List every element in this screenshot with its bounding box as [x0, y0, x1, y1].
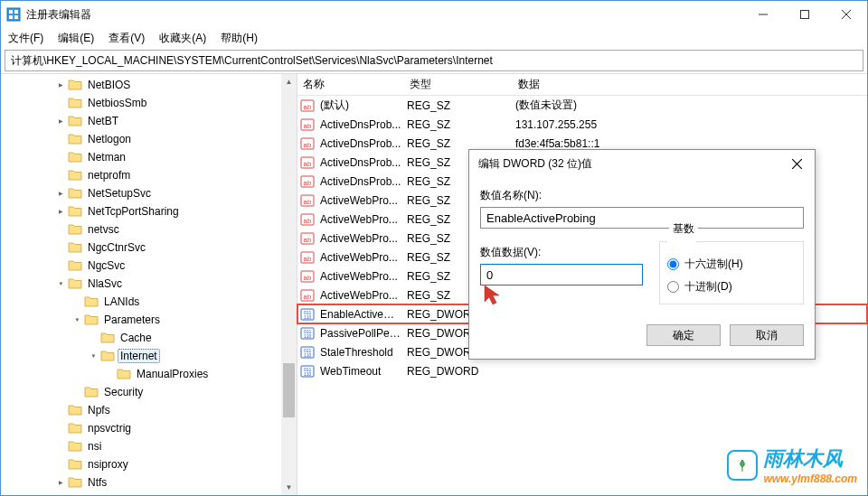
radio-hex-label: 十六进制(H) — [684, 257, 743, 272]
tree-scrollbar[interactable]: ▲ ▼ — [281, 74, 297, 495]
value-icon: ab — [300, 288, 315, 303]
ok-button[interactable]: 确定 — [646, 324, 721, 346]
folder-icon — [68, 259, 82, 272]
tree-item[interactable]: ▼Internet — [1, 347, 297, 365]
tree-item[interactable]: ▼Parameters — [1, 311, 297, 329]
svg-text:110: 110 — [304, 333, 312, 339]
radio-hex[interactable]: 十六进制(H) — [667, 257, 796, 272]
tree-item[interactable]: NgcSvc — [1, 257, 297, 275]
address-bar[interactable]: 计算机\HKEY_LOCAL_MACHINE\SYSTEM\CurrentCon… — [5, 50, 863, 71]
col-header-type[interactable]: 类型 — [404, 74, 513, 95]
value-name: ActiveWebPro... — [317, 289, 404, 302]
folder-icon — [84, 386, 99, 398]
folder-icon — [68, 476, 82, 489]
value-icon: ab — [300, 174, 315, 189]
tree-item[interactable]: NetbiosSmb — [1, 94, 297, 112]
svg-text:ab: ab — [304, 103, 312, 111]
close-button[interactable] — [826, 1, 867, 28]
menu-favorites[interactable]: 收藏夹(A) — [159, 31, 206, 46]
dialog-title: 编辑 DWORD (32 位)值 — [478, 156, 592, 172]
scroll-thumb[interactable] — [283, 363, 295, 417]
tree-item-label: LANIds — [101, 295, 142, 309]
cancel-button[interactable]: 取消 — [730, 324, 804, 346]
expand-icon[interactable]: ▼ — [70, 315, 84, 324]
list-row[interactable]: abActiveDnsProb...REG_SZ131.107.255.255 — [297, 115, 867, 134]
expand-icon[interactable]: ▶ — [53, 189, 68, 198]
value-name: ActiveWebPro... — [317, 194, 404, 207]
menu-view[interactable]: 查看(V) — [108, 31, 145, 46]
folder-icon — [68, 440, 82, 453]
folder-icon — [68, 79, 82, 91]
tree-item[interactable]: Cache — [1, 329, 297, 347]
svg-text:ab: ab — [304, 255, 312, 263]
tree-item[interactable]: Netman — [1, 148, 297, 166]
tree-item-label: Ntfs — [85, 475, 109, 490]
radio-hex-input[interactable] — [667, 258, 679, 270]
svg-text:110: 110 — [304, 314, 312, 320]
radio-dec[interactable]: 十进制(D) — [667, 279, 796, 295]
folder-icon — [68, 223, 82, 236]
expand-icon[interactable]: ▶ — [53, 117, 68, 126]
tree-item[interactable]: ▶NetSetupSvc — [1, 184, 297, 202]
expand-icon[interactable]: ▼ — [53, 279, 68, 288]
tree-item[interactable]: nsiproxy — [1, 455, 297, 473]
tree-item-label: Npfs — [85, 403, 113, 417]
value-name: ActiveWebPro... — [317, 270, 404, 283]
tree-item[interactable]: netvsc — [1, 220, 297, 239]
tree-item[interactable]: nsi — [1, 437, 297, 455]
expand-icon[interactable]: ▼ — [86, 351, 100, 360]
tree-item-label: Netman — [85, 150, 128, 164]
menu-edit[interactable]: 编辑(E) — [58, 31, 94, 46]
svg-text:ab: ab — [304, 293, 312, 301]
maximize-button[interactable] — [784, 1, 826, 28]
tree-item[interactable]: Npfs — [1, 401, 297, 419]
tree-item-label: NetBT — [85, 114, 121, 128]
tree-item[interactable]: ▶NetTcpPortSharing — [1, 202, 297, 220]
value-data-input[interactable] — [480, 264, 643, 285]
menu-file[interactable]: 文件(F) — [8, 31, 43, 46]
radio-dec-input[interactable] — [667, 281, 679, 293]
col-header-data[interactable]: 数据 — [513, 74, 867, 95]
window-title: 注册表编辑器 — [26, 7, 742, 23]
tree-item[interactable]: netprofm — [1, 166, 297, 184]
expand-icon[interactable]: ▶ — [53, 478, 68, 487]
menu-help[interactable]: 帮助(H) — [221, 31, 258, 46]
value-icon: ab — [300, 117, 315, 132]
tree-item[interactable]: Security — [1, 383, 297, 401]
value-icon: ab — [300, 231, 315, 246]
tree-item-label: nsi — [85, 439, 104, 454]
tree-item-label: netvsc — [85, 222, 122, 237]
scroll-down-icon[interactable]: ▼ — [281, 480, 297, 495]
list-row[interactable]: ab(默认)REG_SZ(数值未设置) — [297, 96, 867, 115]
value-icon: ab — [300, 155, 315, 170]
menubar: 文件(F) 编辑(E) 查看(V) 收藏夹(A) 帮助(H) — [1, 28, 867, 48]
tree-item[interactable]: ▶NetBIOS — [1, 76, 297, 94]
value-name-input[interactable] — [480, 207, 804, 229]
dialog-close-button[interactable] — [778, 150, 815, 177]
minimize-button[interactable] — [742, 1, 784, 28]
tree-item[interactable]: ManualProxies — [1, 365, 297, 383]
tree-item[interactable]: LANIds — [1, 293, 297, 311]
tree-item[interactable]: npsvctrig — [1, 419, 297, 437]
expand-icon[interactable]: ▶ — [53, 207, 68, 216]
svg-text:ab: ab — [304, 198, 312, 206]
folder-icon — [68, 187, 82, 200]
col-header-name[interactable]: 名称 — [297, 74, 404, 95]
expand-icon[interactable]: ▶ — [53, 80, 68, 89]
folder-icon — [68, 205, 82, 218]
svg-text:ab: ab — [304, 122, 312, 130]
tree-item[interactable]: ▶Ntfs — [1, 473, 297, 491]
scroll-up-icon[interactable]: ▲ — [281, 74, 297, 89]
value-name: StaleThreshold — [317, 346, 404, 359]
list-row[interactable]: 011110WebTimeoutREG_DWORD — [297, 361, 867, 380]
tree-item[interactable]: ▼NlaSvc — [1, 275, 297, 293]
tree-item[interactable]: NgcCtnrSvc — [1, 239, 297, 257]
list-header: 名称 类型 数据 — [297, 74, 867, 96]
svg-text:ab: ab — [304, 141, 312, 149]
value-name: ActiveDnsProb... — [317, 118, 404, 131]
value-type: REG_DWORD — [404, 365, 513, 378]
tree-item[interactable]: ▶NetBT — [1, 112, 297, 130]
tree-item[interactable]: Netlogon — [1, 130, 297, 148]
tree-item-label: NlaSvc — [85, 276, 125, 291]
tree-panel: ▶NetBIOSNetbiosSmb▶NetBTNetlogonNetmanne… — [1, 74, 297, 495]
